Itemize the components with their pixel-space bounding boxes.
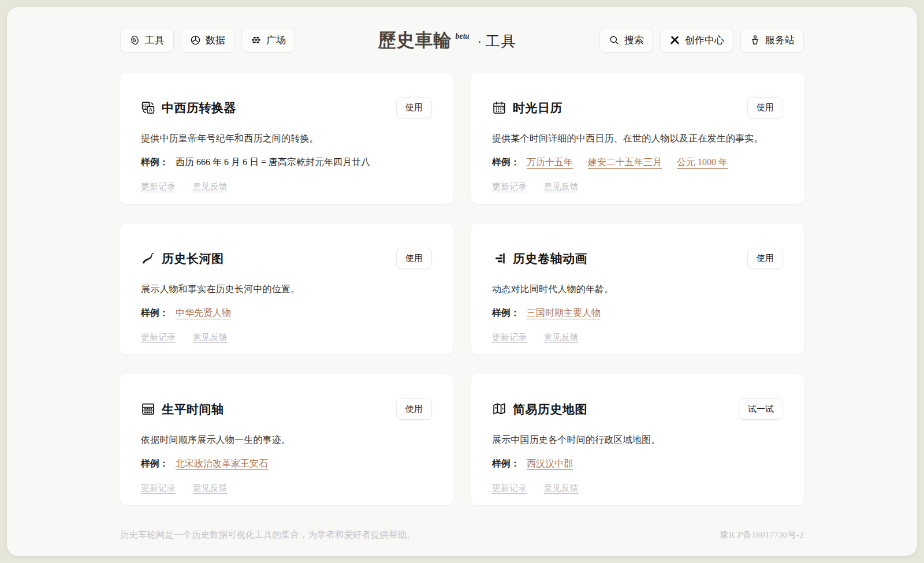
changelog-link[interactable]: 更新记录	[492, 483, 527, 493]
use-button[interactable]: 使用	[747, 248, 783, 269]
card-description: 依据时间顺序展示人物一生的事迹。	[141, 434, 432, 446]
data-icon	[190, 35, 201, 46]
card-description: 展示中国历史各个时间的行政区域地图。	[492, 434, 783, 446]
creation-center-label: 创作中心	[685, 33, 724, 47]
card-history-river: 历史长河图 使用 展示人物和事实在历史长河中的位置。 样例： 中华先贤人物 更新…	[120, 223, 453, 355]
card-description: 动态对比同时代人物的年龄。	[492, 284, 783, 296]
search-label: 搜索	[624, 33, 644, 47]
wheel-icon	[129, 35, 140, 46]
feedback-link[interactable]: 意见反馈	[544, 333, 579, 342]
header: 工具 数据	[120, 28, 804, 53]
nav-tools-label: 工具	[145, 33, 165, 47]
card-title: 中西历转换器	[162, 100, 236, 116]
use-button[interactable]: 使用	[396, 97, 432, 118]
nav-tools-button[interactable]: 工具	[120, 28, 174, 53]
logo-separator: ·	[478, 34, 482, 50]
use-button[interactable]: 使用	[396, 398, 432, 420]
card-title: 时光日历	[513, 100, 562, 116]
search-button[interactable]: 搜索	[599, 28, 653, 53]
svg-text:A: A	[148, 107, 152, 113]
changelog-link[interactable]: 更新记录	[492, 333, 527, 342]
search-icon	[609, 35, 620, 46]
nav-right: 搜索 创作中心	[599, 28, 804, 53]
try-button[interactable]: 试一试	[739, 398, 783, 420]
scroll-icon	[492, 251, 506, 266]
card-sample: 样例： 中华先贤人物	[141, 307, 432, 319]
card-description: 展示人物和事实在历史长河中的位置。	[141, 284, 432, 296]
sample-label: 样例：	[141, 308, 169, 318]
use-button[interactable]: 使用	[747, 97, 783, 118]
card-sample: 样例： 万历十五年 建安二十五年三月 公元 1000 年	[492, 156, 783, 169]
nav-plaza-button[interactable]: 广场	[241, 28, 295, 53]
feedback-link[interactable]: 意见反馈	[193, 182, 228, 191]
page-title: 工具	[486, 32, 517, 51]
card-sample: 样例： 三国时期主要人物	[492, 307, 783, 319]
feedback-link[interactable]: 意见反馈	[544, 483, 579, 493]
brand-title: 歷史車輪	[378, 28, 452, 53]
card-title: 简易历史地图	[513, 401, 587, 417]
footer: 历史车轮网是一个历史数据可视化工具的集合，为学者和爱好者提供帮助。 豫ICP备1…	[7, 529, 917, 541]
card-life-timeline: 生平时间轴 使用 依据时间顺序展示人物一生的事迹。 样例： 北宋政治改革家王安石…	[120, 374, 453, 505]
nav-left: 工具 数据	[120, 28, 295, 53]
sample-link[interactable]: 建安二十五年三月	[588, 157, 662, 167]
calendar-icon	[492, 100, 506, 115]
changelog-link[interactable]: 更新记录	[141, 483, 176, 493]
feedback-link[interactable]: 意见反馈	[544, 182, 579, 191]
use-button[interactable]: 使用	[396, 248, 432, 269]
card-history-map: 简易历史地图 试一试 展示中国历史各个时间的行政区域地图。 样例： 西汉汉中郡 …	[471, 374, 804, 505]
sample-label: 样例：	[492, 458, 520, 468]
sample-label: 样例：	[141, 458, 169, 468]
tool-cards-grid: 中 A 中西历转换器 使用 提供中历皇帝年号纪年和西历之间的转换。 样例： 西历…	[120, 73, 804, 505]
changelog-link[interactable]: 更新记录	[492, 182, 527, 191]
card-calendar-converter: 中 A 中西历转换器 使用 提供中历皇帝年号纪年和西历之间的转换。 样例： 西历…	[120, 73, 453, 204]
sample-link[interactable]: 中华先贤人物	[176, 308, 231, 318]
card-sample: 样例： 西汉汉中郡	[492, 458, 783, 470]
main-panel: 工具 数据	[7, 7, 917, 556]
feedback-link[interactable]: 意见反馈	[193, 483, 228, 493]
service-station-label: 服务站	[765, 33, 795, 47]
card-description: 提供某个时间详细的中西日历、在世的人物以及正在发生的事实。	[492, 133, 783, 145]
site-logo: 歷史車輪 beta · 工具	[378, 28, 516, 53]
card-title: 历史长河图	[162, 251, 224, 267]
creation-center-button[interactable]: 创作中心	[660, 28, 733, 53]
card-title: 生平时间轴	[162, 401, 224, 417]
river-icon	[141, 251, 155, 266]
card-sample: 样例： 北宋政治改革家王安石	[141, 458, 432, 470]
changelog-link[interactable]: 更新记录	[141, 182, 176, 191]
sample-label: 样例：	[492, 308, 520, 318]
sample-link[interactable]: 西汉汉中郡	[527, 458, 573, 468]
nav-data-label: 数据	[206, 33, 225, 47]
service-icon	[750, 35, 761, 46]
service-station-button[interactable]: 服务站	[740, 28, 804, 53]
beta-badge: beta	[455, 32, 469, 41]
card-sample: 样例： 西历 666 年 6 月 6 日 = 唐高宗乾封元年四月廿八	[141, 156, 432, 169]
sample-link[interactable]: 三国时期主要人物	[527, 308, 601, 318]
footer-description: 历史车轮网是一个历史数据可视化工具的集合，为学者和爱好者提供帮助。	[120, 529, 416, 541]
card-time-calendar: 时光日历 使用 提供某个时间详细的中西日历、在世的人物以及正在发生的事实。 样例…	[471, 73, 804, 204]
abacus-icon	[141, 402, 155, 416]
plaza-icon	[251, 35, 262, 46]
card-scroll-animation: 历史卷轴动画 使用 动态对比同时代人物的年龄。 样例： 三国时期主要人物 更新记…	[471, 223, 804, 355]
changelog-link[interactable]: 更新记录	[141, 333, 176, 342]
card-description: 提供中历皇帝年号纪年和西历之间的转换。	[141, 133, 432, 145]
sample-label: 样例：	[492, 157, 520, 167]
sample-link[interactable]: 公元 1000 年	[677, 157, 728, 167]
sample-link[interactable]: 北宋政治改革家王安石	[176, 458, 268, 468]
nav-data-button[interactable]: 数据	[181, 28, 234, 53]
creation-icon	[669, 35, 680, 46]
map-icon	[492, 402, 506, 416]
sample-label: 样例：	[141, 157, 169, 167]
nav-plaza-label: 广场	[266, 33, 286, 47]
icp-license-link[interactable]: 豫ICP备16017730号-2	[720, 529, 804, 541]
sample-link[interactable]: 万历十五年	[527, 157, 573, 167]
feedback-link[interactable]: 意见反馈	[193, 333, 228, 342]
translate-icon: 中 A	[141, 100, 155, 115]
sample-text: 西历 666 年 6 月 6 日 = 唐高宗乾封元年四月廿八	[176, 157, 370, 167]
card-title: 历史卷轴动画	[513, 251, 587, 267]
